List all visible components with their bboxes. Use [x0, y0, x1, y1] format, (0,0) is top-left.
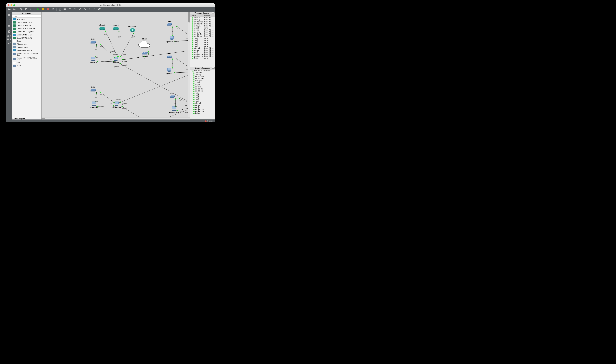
server-item[interactable]: bih-1017-vfp — [191, 78, 214, 80]
switches-category-icon[interactable] — [7, 18, 11, 23]
titlebar[interactable]: wustl-juniper-edge - GNS3 — [6, 3, 215, 7]
expand-icon[interactable] — [191, 35, 191, 37]
panel-float-icon[interactable] — [211, 12, 213, 13]
table-row[interactable]: eps-l20-vfptelnet 192.16… — [190, 33, 215, 35]
device-item[interactable]: Cloud — [12, 39, 42, 43]
console-all-button[interactable] — [29, 7, 33, 11]
node-hub1[interactable]: Hub1 — [90, 38, 97, 44]
zoom-icon[interactable] — [13, 4, 15, 6]
warning-icon[interactable] — [205, 120, 207, 122]
server-root[interactable]: Main server CPU 68.5%, … — [191, 70, 214, 72]
server-item[interactable]: 900w-vcp — [191, 72, 214, 74]
server-item[interactable]: Hub4 — [191, 98, 214, 100]
expand-icon[interactable] — [191, 19, 191, 21]
topology-table[interactable]: Node Console 900w-vcptelnet 192.16…900w-… — [190, 14, 215, 67]
open-project-button[interactable] — [7, 7, 11, 11]
device-item[interactable]: Juniper vMX vFP 19.3R1.8-KVM — [12, 56, 42, 61]
table-row[interactable]: sgl-vfptelnet 192.16… — [190, 51, 215, 53]
expand-icon[interactable] — [191, 52, 191, 53]
topology-canvas[interactable]: Internet2cogentcenturylinkCloud1Switch1H… — [42, 12, 190, 117]
close-icon[interactable] — [8, 4, 9, 6]
device-item[interactable]: Cisco IOS XRv 6.1.3 — [12, 24, 42, 27]
expand-icon[interactable] — [191, 48, 191, 49]
device-item[interactable]: Cisco NX-OSv 7.3.0 — [12, 36, 42, 39]
new-template-button[interactable]: + New template — [12, 117, 42, 119]
server-item[interactable]: Cloud1 — [191, 82, 214, 84]
reload-all-button[interactable] — [51, 7, 55, 11]
server-item[interactable]: cogent — [191, 84, 214, 86]
expand-icon[interactable] — [191, 38, 191, 39]
table-row[interactable]: bih-1017-vcptelnet 192.16… — [190, 21, 215, 23]
insert-picture-button[interactable] — [63, 7, 67, 11]
server-item[interactable]: eps-core — [191, 86, 214, 88]
device-item[interactable]: Cisco ASAv 9.8.4-15 — [12, 21, 42, 24]
error-count[interactable]: 2 errors — [207, 120, 213, 122]
table-row[interactable]: spectrum-vfptelnet 192.16… — [190, 55, 215, 57]
draw-rect-button[interactable] — [68, 7, 72, 11]
table-row[interactable]: Internet2telnet 192.16… — [190, 47, 215, 49]
expand-icon[interactable] — [191, 46, 191, 47]
device-item[interactable]: Frame Relay switch — [12, 49, 42, 52]
device-item[interactable]: VPCS — [12, 64, 42, 67]
node-cogent[interactable]: cogent — [113, 24, 119, 31]
device-item[interactable]: Cisco IOSv 15.7(3)M3 — [12, 30, 42, 33]
draw-line-button[interactable] — [78, 7, 82, 11]
table-row[interactable]: 900w-vcptelnet 192.16… — [190, 17, 215, 19]
node-hub4[interactable]: Hub4 — [169, 93, 175, 99]
show-port-labels-button[interactable] — [24, 7, 28, 11]
server-item[interactable]: Switch1 — [191, 112, 214, 114]
expand-icon[interactable] — [191, 25, 191, 27]
expand-icon[interactable] — [191, 50, 191, 51]
device-item[interactable]: Ethernet hub — [12, 43, 42, 46]
expand-icon[interactable] — [191, 31, 191, 33]
table-row[interactable]: Hub1none — [190, 37, 215, 39]
node-centurylink[interactable]: centurylink — [128, 26, 137, 32]
start-all-button[interactable] — [36, 7, 40, 11]
device-item[interactable]: ATM switch — [12, 18, 42, 21]
stop-all-button[interactable] — [46, 7, 50, 11]
server-item[interactable]: 900w-vfp — [191, 74, 214, 76]
server-item[interactable]: eps-l29-vcp — [191, 90, 214, 92]
vertical-scrollbar[interactable] — [188, 12, 190, 117]
table-row[interactable]: Cloud1none — [190, 27, 215, 29]
routers-category-icon[interactable] — [7, 13, 11, 17]
add-link-icon[interactable] — [7, 41, 11, 46]
server-item[interactable]: Internet2 — [191, 102, 214, 104]
all-devices-category-icon[interactable] — [7, 35, 11, 37]
table-row[interactable]: eps-coretelnet 192.16… — [190, 31, 215, 33]
node-switch1[interactable]: Switch1 — [142, 51, 148, 57]
lock-button[interactable] — [83, 7, 87, 11]
server-item[interactable]: Hub2 — [191, 94, 214, 96]
zoom-in-button[interactable] — [88, 7, 92, 11]
save-project-button[interactable] — [12, 7, 16, 11]
expand-icon[interactable] — [191, 56, 191, 57]
server-item[interactable]: centurylink — [191, 80, 214, 82]
server-item[interactable]: eps-l20-vfp — [191, 88, 214, 90]
horizontal-scrollbar[interactable] — [42, 117, 190, 119]
server-item[interactable]: spectrum-vfp — [191, 110, 214, 112]
expand-icon[interactable] — [191, 27, 191, 29]
node-spectrum_vcp[interactable]: spectrum-vcp — [167, 36, 177, 43]
device-item[interactable]: Juniper vMX vCP 19.3R1.8-KVM — [12, 52, 42, 56]
expand-icon[interactable] — [191, 43, 191, 45]
zoom-out-button[interactable] — [93, 7, 97, 11]
node-sgl_vcp[interactable]: sgl-vcp — [167, 67, 172, 74]
device-item[interactable]: Ethernet switch — [12, 46, 42, 49]
panel-close-icon[interactable] — [213, 12, 214, 13]
expand-icon[interactable] — [191, 29, 191, 31]
expand-icon[interactable] — [191, 71, 192, 71]
table-row[interactable]: bih-1017-vfptelnet 192.16… — [190, 23, 215, 25]
device-filter-input[interactable] — [12, 15, 41, 18]
topology-summary-header[interactable]: Topology Summary — [190, 12, 215, 14]
node-bih_vcp[interactable]: bih-1017-vcp — [169, 106, 179, 113]
server-item[interactable]: sgl-vfp — [191, 106, 214, 108]
table-row[interactable]: cogenttelnet 192.16… — [190, 29, 215, 31]
servers-tree[interactable]: Main server CPU 68.5%, …900w-vcp900w-vfp… — [190, 69, 215, 119]
end-devices-category-icon[interactable] — [7, 24, 11, 28]
node-internet2[interactable]: Internet2 — [99, 24, 105, 31]
device-item[interactable]: Cisco IOSvL2 15.2.1 — [12, 33, 42, 36]
table-row[interactable]: sgl-vcptelnet 192.16… — [190, 49, 215, 51]
server-item[interactable]: Hub1 — [191, 92, 214, 94]
node-hub3[interactable]: Hub3 — [90, 86, 97, 92]
server-item[interactable]: Hub5 — [191, 100, 214, 102]
